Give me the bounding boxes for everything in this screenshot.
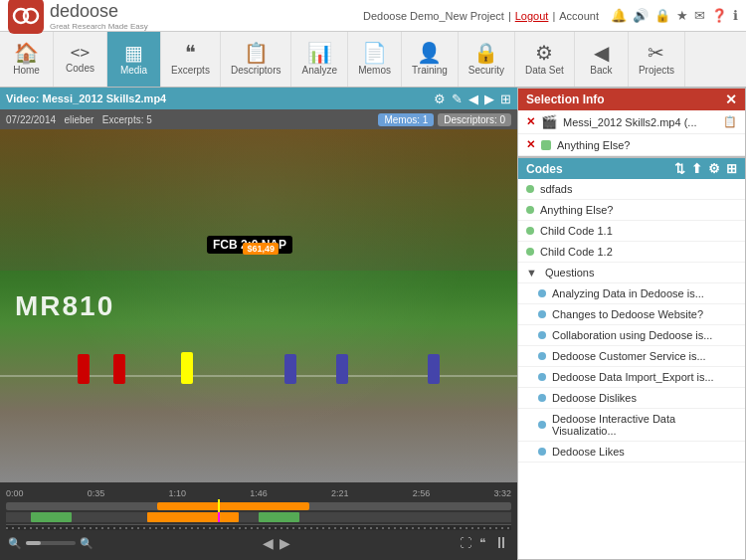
security-icon: 🔒 <box>473 43 498 63</box>
codes-settings-icon[interactable]: ⚙ <box>708 161 720 176</box>
toolbar-projects[interactable]: ✂ Projects <box>629 32 685 87</box>
code-item-10[interactable]: Dedoose Dislikes <box>518 388 745 409</box>
nav-left-icon[interactable]: ◀ <box>263 535 274 551</box>
tagline: Great Research Made Easy <box>50 22 148 31</box>
mail-icon[interactable]: ✉ <box>694 8 705 23</box>
code-item-5[interactable]: Analyzing Data in Dedoose is... <box>518 283 745 304</box>
codes-sort-icon[interactable]: ⇅ <box>674 161 685 176</box>
code-item-0[interactable]: sdfads <box>518 179 745 200</box>
selection-copy-icon[interactable]: 📋 <box>723 115 737 128</box>
nav-right-icon[interactable]: ▶ <box>280 535 290 551</box>
code-item-3[interactable]: Child Code 1.2 <box>518 242 745 263</box>
zoom-out-icon[interactable]: 🔍 <box>8 537 22 550</box>
home-icon: 🏠 <box>14 43 39 63</box>
zoom-controls: 🔍 🔍 <box>8 537 93 550</box>
code-color-dot <box>538 289 546 297</box>
timeline-progress <box>157 502 308 510</box>
selection-info-title: Selection Info <box>526 93 605 106</box>
toolbar-home[interactable]: 🏠 Home <box>0 32 54 87</box>
code-color-dot <box>538 331 546 339</box>
timeline-bar[interactable] <box>6 502 511 510</box>
toolbar-descriptors[interactable]: 📋 Descriptors <box>221 32 292 87</box>
toolbar-codes[interactable]: <> Codes <box>54 32 107 87</box>
selection-remove-1[interactable]: ✕ <box>526 138 535 151</box>
codes-expand-icon[interactable]: ⊞ <box>726 161 737 176</box>
code-label-3: Child Code 1.2 <box>540 246 737 258</box>
toolbar-codes-label: Codes <box>66 63 94 74</box>
lock-icon[interactable]: 🔒 <box>654 8 670 23</box>
codes-header: Codes ⇅ ⬆ ⚙ ⊞ <box>518 158 745 179</box>
video-badges: Memos: 1 Descriptors: 0 <box>378 113 511 126</box>
code-item-4[interactable]: ▼Questions <box>518 263 745 283</box>
zoom-bar[interactable] <box>26 541 76 545</box>
code-color-dot <box>538 448 546 456</box>
next-icon[interactable]: ▶ <box>484 92 494 106</box>
toolbar-memos[interactable]: 📄 Memos <box>348 32 402 87</box>
expand-arrow-icon[interactable]: ▼ <box>526 267 537 279</box>
descriptors-badge: Descriptors: 0 <box>438 113 511 126</box>
toolbar-security[interactable]: 🔒 Security <box>459 32 515 87</box>
video-date-user: 07/22/2014 elieber Excerpts: 5 <box>6 114 152 125</box>
quote-icon[interactable]: ❝ <box>479 536 485 550</box>
toolbar-excerpts[interactable]: ❝ Excerpts <box>161 32 221 87</box>
header: dedoose Great Research Made Easy Dedoose… <box>0 0 746 32</box>
code-item-7[interactable]: Collaboration using Dedoose is... <box>518 325 745 346</box>
code-item-11[interactable]: Dedoose Interactive Data Visualizatio... <box>518 409 745 442</box>
marker-2: 1:10 <box>168 488 186 498</box>
account-link[interactable]: Account <box>559 10 599 22</box>
code-label-5: Analyzing Data in Dedoose is... <box>552 287 737 299</box>
star-icon[interactable]: ★ <box>676 8 688 23</box>
descriptors-icon: 📋 <box>244 43 269 63</box>
selection-file-icon: 🎬 <box>541 114 557 129</box>
toolbar-dataset[interactable]: ⚙ Data Set <box>515 32 575 87</box>
toolbar-back[interactable]: ◀ Back <box>575 32 629 87</box>
code-item-8[interactable]: Dedoose Customer Service is... <box>518 346 745 367</box>
marker-4: 2:21 <box>331 488 349 498</box>
toolbar-security-label: Security <box>468 65 504 76</box>
zoom-in-icon[interactable]: 🔍 <box>80 537 93 550</box>
logo-icon <box>8 0 44 34</box>
logo-area: dedoose Great Research Made Easy <box>8 0 148 34</box>
video-frame[interactable]: MR810 FCB 2:0 NAP $61,49 <box>0 129 517 482</box>
memos-icon: 📄 <box>362 43 387 63</box>
volume-icon[interactable]: 🔊 <box>633 8 649 23</box>
prev-icon[interactable]: ◀ <box>468 92 478 106</box>
training-icon: 👤 <box>417 43 442 63</box>
code-label-6: Changes to Dedoose Website? <box>552 308 737 320</box>
notification-icon[interactable]: 🔔 <box>611 8 627 23</box>
code-label-12: Dedoose Likes <box>552 446 737 458</box>
codes-export-icon[interactable]: ⬆ <box>691 161 702 176</box>
projects-icon: ✂ <box>648 43 664 63</box>
toolbar-media[interactable]: ▦ Media <box>107 32 161 87</box>
toolbar-analyze[interactable]: 📊 Analyze <box>291 32 348 87</box>
clip-1 <box>31 512 72 522</box>
help-icon[interactable]: ❓ <box>711 8 727 23</box>
selection-remove-0[interactable]: ✕ <box>526 115 535 128</box>
code-item-1[interactable]: Anything Else? <box>518 200 745 221</box>
code-item-2[interactable]: Child Code 1.1 <box>518 221 745 242</box>
brand-name: dedoose <box>50 1 148 22</box>
code-label-8: Dedoose Customer Service is... <box>552 350 737 362</box>
code-item-6[interactable]: Changes to Dedoose Website? <box>518 304 745 325</box>
timeline-area: 0:00 0:35 1:10 1:46 2:21 2:56 3:32 <box>0 482 517 560</box>
clip-3 <box>259 512 299 522</box>
toolbar-training[interactable]: 👤 Training <box>402 32 459 87</box>
code-item-12[interactable]: Dedoose Likes <box>518 442 745 463</box>
toolbar-projects-label: Projects <box>639 65 674 76</box>
code-label-4: Questions <box>545 267 737 279</box>
toolbar-descriptors-label: Descriptors <box>231 65 281 76</box>
code-item-9[interactable]: Dedoose Data Import_Export is... <box>518 367 745 388</box>
toolbar-memos-label: Memos <box>358 65 391 76</box>
logout-link[interactable]: Logout <box>515 10 549 22</box>
code-label-9: Dedoose Data Import_Export is... <box>552 371 737 383</box>
back-icon: ◀ <box>594 43 609 63</box>
info-icon[interactable]: ℹ <box>733 8 738 23</box>
expand-icon[interactable]: ⊞ <box>500 92 511 106</box>
fullscreen-icon[interactable]: ⛶ <box>460 536 471 550</box>
edit-icon[interactable]: ✎ <box>452 92 463 106</box>
pause-icon[interactable]: ⏸ <box>493 534 509 552</box>
selection-close-button[interactable]: ✕ <box>725 92 737 107</box>
toolbar-analyze-label: Analyze <box>301 65 337 76</box>
selection-info-panel: Selection Info ✕ ✕ 🎬 Messi_2012 Skills2.… <box>517 88 746 157</box>
settings-icon[interactable]: ⚙ <box>434 92 446 106</box>
